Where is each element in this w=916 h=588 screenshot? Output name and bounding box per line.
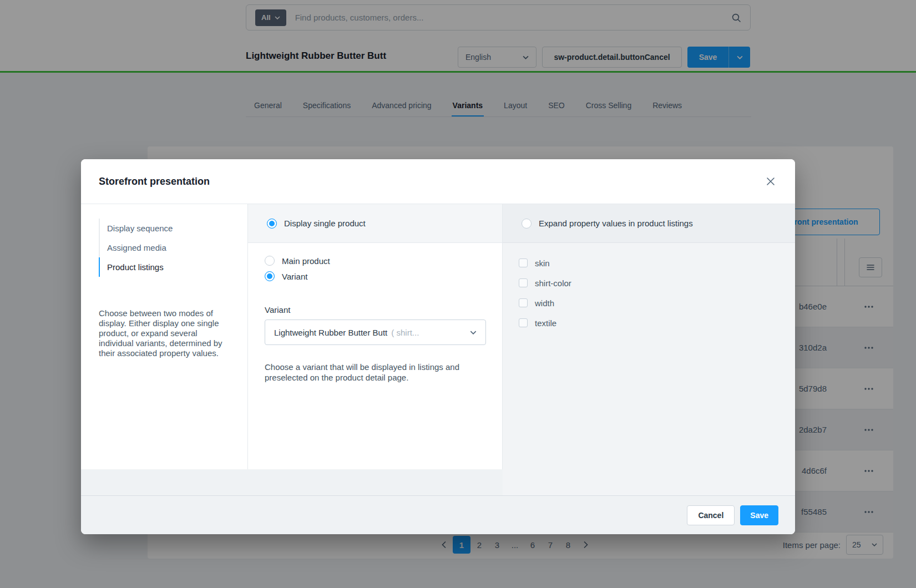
checkbox-shirt-color[interactable]: [519, 278, 528, 287]
main-product-label: Main product: [282, 256, 330, 266]
radio-display-single-product[interactable]: [267, 219, 277, 229]
radio-row-variant[interactable]: Variant: [265, 268, 485, 284]
shopware-admin-screen: All Lightweight Rubber Butter Butt Engli…: [0, 0, 916, 588]
mode-description: Choose between two modes of display. Eit…: [99, 308, 232, 358]
variant-field-label: Variant: [265, 305, 485, 315]
expand-mode-label: Expand property values in product listin…: [539, 219, 693, 228]
checkbox-textile[interactable]: [519, 318, 528, 327]
modal-save-button[interactable]: Save: [740, 505, 778, 525]
checkbox-skin[interactable]: [519, 258, 528, 267]
storefront-presentation-modal: Storefront presentation Display sequence…: [81, 159, 795, 534]
variant-select-hint: ( shirt...: [391, 328, 419, 337]
nav-item-product-listings[interactable]: Product listings: [99, 257, 247, 277]
property-row-textile[interactable]: textile: [519, 313, 795, 333]
close-icon[interactable]: [763, 174, 778, 189]
chevron-down-icon: [470, 331, 477, 334]
property-row-skin[interactable]: skin: [519, 253, 795, 273]
modal-footer: Cancel Save: [81, 495, 795, 534]
modal-header: Storefront presentation: [81, 159, 795, 204]
variant-helper-text: Choose a variant that will be displayed …: [265, 362, 489, 383]
nav-item-assigned-media[interactable]: Assigned media: [99, 238, 247, 257]
single-product-mode-label: Display single product: [284, 219, 366, 228]
radio-expand-property-values[interactable]: [522, 219, 532, 229]
checkbox-width[interactable]: [519, 298, 528, 307]
variant-select[interactable]: Lightweight Rubber Butter Butt ( shirt..…: [265, 320, 486, 345]
variant-option-label: Variant: [282, 272, 307, 281]
property-row-shirt-color[interactable]: shirt-color: [519, 273, 795, 293]
radio-variant[interactable]: [265, 271, 275, 281]
property-label: textile: [535, 318, 556, 328]
modal-nav-column: Display sequence Assigned media Product …: [81, 204, 248, 469]
property-label: skin: [535, 258, 550, 268]
single-product-mode-header: Display single product: [248, 204, 502, 243]
expand-properties-column: Expand property values in product listin…: [503, 204, 795, 495]
radio-main-product[interactable]: [265, 256, 275, 266]
modal-nav: Display sequence Assigned media Product …: [99, 219, 247, 277]
nav-item-display-sequence[interactable]: Display sequence: [99, 219, 247, 238]
property-label: width: [535, 298, 554, 308]
expand-mode-header: Expand property values in product listin…: [503, 204, 795, 243]
modal-title: Storefront presentation: [99, 176, 210, 187]
modal-body: Display sequence Assigned media Product …: [81, 204, 795, 495]
radio-row-main-product[interactable]: Main product: [265, 253, 485, 268]
variant-select-value: Lightweight Rubber Butter Butt: [274, 328, 387, 337]
single-product-options: Main product Variant Variant Lightweight…: [248, 243, 502, 383]
property-label: shirt-color: [535, 278, 571, 288]
property-row-width[interactable]: width: [519, 293, 795, 313]
property-list: skin shirt-color width textile: [503, 243, 795, 333]
single-product-column: Display single product Main product Vari…: [248, 204, 503, 469]
modal-cancel-button[interactable]: Cancel: [687, 505, 735, 525]
